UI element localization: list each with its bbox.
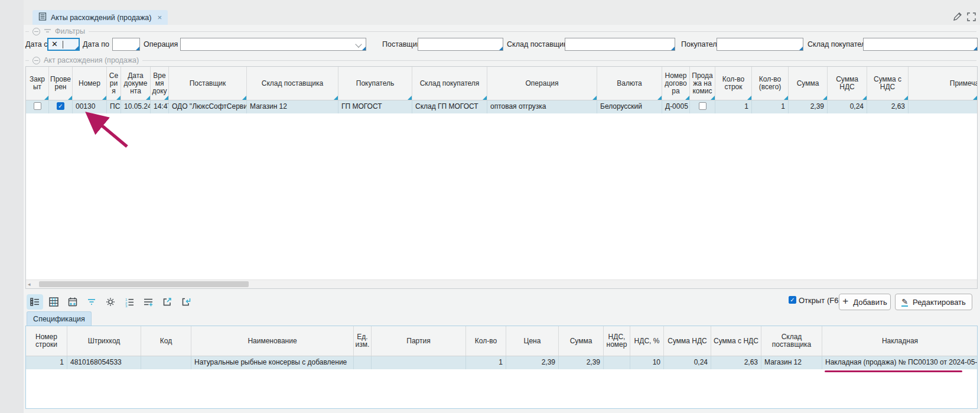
table-cell[interactable]: 2,63 [867,100,909,113]
table-cell[interactable]: 10 [630,356,664,369]
column-header-10[interactable]: Операция [487,67,597,100]
add-row-icon[interactable] [140,294,157,310]
column-header-12[interactable]: Номер договора [662,67,690,100]
column-header-12[interactable]: Сумма с НДС [711,326,761,356]
date-from-input[interactable]: ✕ [47,38,80,51]
tab-specification[interactable]: Спецификация [27,311,92,326]
table-cell[interactable]: 2,39 [559,356,604,369]
table-cell[interactable]: ✓ [49,100,73,113]
checkbox-checked[interactable]: ✓ [57,102,64,110]
table-cell[interactable] [372,356,466,369]
buyer-input[interactable] [717,38,803,51]
column-header-5[interactable]: Время доку [151,67,169,100]
buyer-warehouse-input[interactable] [863,38,978,51]
scroll-left-arrow-icon[interactable]: ◂ [28,280,31,288]
column-header-0[interactable]: Номер строки [26,326,67,356]
collapse-icon[interactable] [32,57,40,64]
table-cell[interactable]: 1 [715,100,752,113]
table-cell[interactable] [690,100,715,113]
scrollbar-thumb[interactable] [39,281,249,287]
open-window-icon[interactable] [159,294,175,310]
table-cell[interactable] [909,100,977,113]
table-cell[interactable]: 10.05.24 [121,100,151,113]
supplier-warehouse-input[interactable] [565,38,675,51]
table-cell[interactable]: Склад ГП МОГОСТ [412,100,487,113]
grid-icon[interactable] [45,294,62,310]
column-header-8[interactable]: Сумма [559,326,604,356]
column-header-3[interactable]: Серия [107,67,121,100]
column-header-6[interactable]: Поставщик [169,67,247,100]
column-header-13[interactable]: Продажа на комис [690,67,715,100]
close-icon[interactable]: × [157,13,162,22]
column-header-8[interactable]: Покупатель [338,67,412,100]
numbered-list-icon[interactable]: 123 [121,294,138,310]
supplier-input[interactable] [418,38,503,51]
column-header-10[interactable]: НДС, % [630,326,664,356]
column-header-7[interactable]: Цена [506,326,559,356]
table-cell[interactable]: 1 [752,100,789,113]
column-header-14[interactable]: Накладная [822,326,977,356]
table-cell[interactable]: 1 [26,356,67,369]
column-header-6[interactable]: Кол-во [466,326,506,356]
table-cell[interactable]: ОДО "ЛюксСофтСервис [169,100,247,113]
column-header-11[interactable]: Сумма НДС [664,326,711,356]
column-header-0[interactable]: Закрыт [26,67,49,100]
tab-acts-discrepancy[interactable]: Акты расхождений (продажа) × [32,10,168,25]
column-header-14[interactable]: Кол-во строк [715,67,752,100]
column-header-15[interactable]: Кол-во (всего) [752,67,789,100]
table-cell[interactable]: 2,39 [789,100,828,113]
table-cell[interactable]: 2,63 [711,356,761,369]
requery-icon[interactable] [178,294,194,310]
table-cell[interactable]: ГП МОГОСТ [338,100,412,113]
table-cell[interactable]: Магазин 12 [247,100,338,113]
gear-icon[interactable] [102,294,119,310]
spec-table-selected-row[interactable]: 14810168054533Натуральные рыбные консерв… [26,356,977,369]
table-cell[interactable]: 14:47 [151,100,169,113]
collapse-icon[interactable] [32,28,40,35]
table-cell[interactable]: 0,24 [828,100,867,113]
table-cell[interactable] [354,356,372,369]
column-header-4[interactable]: Дата документа [121,67,151,100]
table-cell[interactable]: 1 [466,356,506,369]
column-header-7[interactable]: Склад поставщика [247,67,338,100]
column-header-2[interactable]: Номер [73,67,107,100]
column-header-1[interactable]: Штрихкод [67,326,141,356]
open-f6-checkbox[interactable]: ✓ Открыт (F6) [789,296,841,305]
table-cell[interactable]: ПС [107,100,121,113]
operation-select[interactable] [180,38,366,51]
horizontal-scrollbar[interactable]: ◂ [26,279,977,288]
table-cell[interactable]: 00130 [73,100,107,113]
date-to-input[interactable] [112,38,140,51]
column-header-19[interactable]: Примечание [909,67,977,100]
list-view-icon[interactable] [27,294,43,310]
column-header-18[interactable]: Сумма с НДС [867,67,909,100]
fullscreen-icon[interactable] [966,12,977,22]
main-table-selected-row[interactable]: ✓00130ПС10.05.2414:47ОДО "ЛюксСофтСервис… [26,100,977,113]
table-cell[interactable]: Накладная (продажа) № ПС00130 от 2024-05… [822,356,977,369]
table-cell[interactable]: 2,39 [506,356,559,369]
table-cell[interactable] [26,100,49,113]
table-cell[interactable]: Натуральные рыбные консервы с добавление [191,356,354,369]
checkbox-unchecked[interactable] [34,102,41,110]
edit-button[interactable]: ✎ Редактировать [895,294,972,310]
table-cell[interactable]: 0,24 [664,356,711,369]
column-header-9[interactable]: Склад покупателя [412,67,487,100]
checkbox-checked[interactable]: ✓ [789,296,796,304]
table-cell[interactable] [141,356,191,369]
column-header-3[interactable]: Наименование [191,326,354,356]
clear-icon[interactable]: ✕ [51,40,58,48]
column-header-4[interactable]: Ед. изм. [354,326,372,356]
column-header-9[interactable]: НДС, номер [604,326,630,356]
pencil-icon[interactable] [952,12,963,22]
column-header-16[interactable]: Сумма [789,67,828,100]
column-header-17[interactable]: Сумма НДС [828,67,867,100]
table-cell[interactable]: оптовая отгрузка [487,100,597,113]
checkbox-unchecked[interactable] [699,102,706,110]
table-cell[interactable]: Белорусский [597,100,662,113]
table-cell[interactable]: 4810168054533 [67,356,141,369]
table-cell[interactable] [604,356,630,369]
column-header-1[interactable]: Проверен [49,67,73,100]
table-cell[interactable]: Магазин 12 [761,356,822,369]
filter-lines-icon[interactable] [83,294,100,310]
column-header-13[interactable]: Склад поставщика [761,326,822,356]
